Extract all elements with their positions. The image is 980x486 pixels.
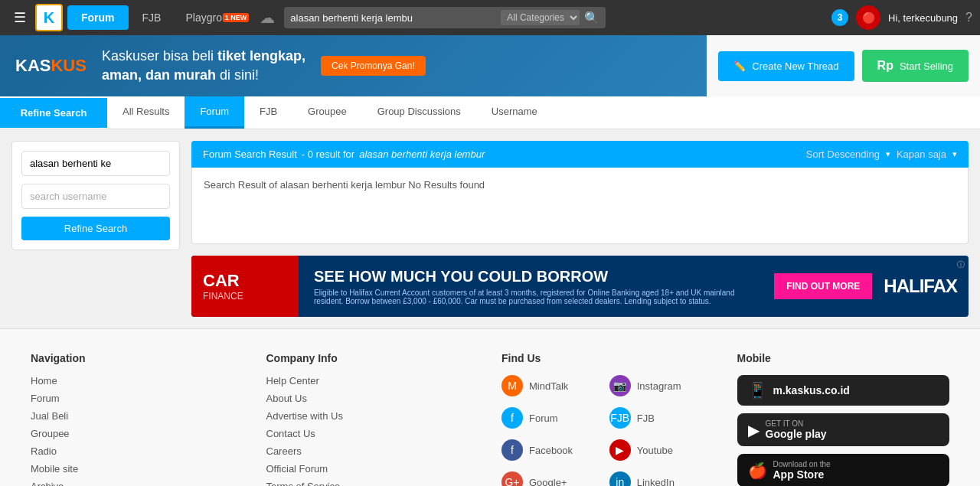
facebook-link[interactable]: Facebook	[529, 445, 573, 456]
notification-badge[interactable]: 3	[831, 9, 848, 26]
playground-nav-item[interactable]: Playground 1 NEW	[175, 11, 250, 24]
kapan-dropdown[interactable]: Kapan saja	[897, 148, 946, 160]
footer-nav-forum[interactable]: Forum	[31, 393, 60, 404]
list-item: Groupee	[31, 428, 243, 439]
kaskus-brand-logo: KASKUS	[15, 56, 87, 76]
search-icon[interactable]: 🔍	[584, 11, 599, 25]
footer-find-google: G+ Google+	[501, 471, 606, 486]
search-bar: All Categories Hot Thread Berita 🔍	[284, 7, 606, 28]
footer-find-mindtalk: M MindTalk	[501, 375, 606, 396]
top-navigation: ☰ K Forum FJB Playground 1 NEW ☁ All Cat…	[0, 0, 980, 35]
list-item: Contact Us	[266, 428, 479, 439]
category-select[interactable]: All Categories Hot Thread Berita	[501, 10, 580, 25]
mobile-web-button[interactable]: 📱 m.kaskus.co.id	[737, 375, 950, 406]
sidebar-keyword-input[interactable]	[21, 151, 170, 176]
tab-forum[interactable]: Forum	[185, 96, 244, 129]
kaskus-logo[interactable]: K	[35, 4, 63, 31]
google-link[interactable]: Google+	[529, 477, 567, 487]
footer-nav-archive[interactable]: Archive	[31, 481, 64, 486]
tab-all-results[interactable]: All Results	[107, 96, 185, 129]
banner-text-block: Kaskuser bisa beli tiket lengkap, aman, …	[102, 48, 305, 83]
banner-main: KASKUS Kaskuser bisa beli tiket lengkap,…	[0, 35, 707, 96]
ad-find-out-more-button[interactable]: FIND OUT MORE	[774, 273, 872, 299]
list-item: About Us	[266, 393, 479, 404]
sort-chevron-icon[interactable]: ▾	[886, 149, 890, 159]
footer-terms[interactable]: Terms of Service	[266, 481, 341, 486]
tab-groupee[interactable]: Groupee	[292, 96, 362, 129]
fjb-nav-link[interactable]: FJB	[132, 5, 172, 30]
ad-banner[interactable]: CAR FINANCE SEE HOW MUCH YOU COULD BORRO…	[191, 256, 969, 317]
footer-official-forum[interactable]: Official Forum	[266, 463, 328, 475]
footer-nav-mobile[interactable]: Mobile site	[31, 463, 78, 475]
ad-car-label: CAR	[203, 271, 287, 291]
youtube-icon: ▶	[609, 439, 631, 461]
sidebar-refine-button[interactable]: Refine Search	[21, 217, 170, 240]
youtube-link[interactable]: Youtube	[637, 445, 673, 456]
footer-nav-groupee[interactable]: Groupee	[31, 428, 70, 439]
list-item: Radio	[31, 445, 243, 457]
list-item: Help Center	[266, 375, 479, 387]
search-input[interactable]	[290, 12, 496, 24]
create-thread-button[interactable]: ✏️ Create New Thread	[718, 51, 854, 81]
forum-link[interactable]: Forum	[529, 413, 558, 424]
linkedin-link[interactable]: LinkedIn	[637, 477, 675, 487]
playground-new-badge: 1 NEW	[223, 13, 250, 22]
main-content: Refine Search Forum Search Result - 0 re…	[0, 129, 980, 328]
footer-help-center[interactable]: Help Center	[266, 375, 319, 387]
list-item: Official Forum	[266, 463, 479, 475]
list-item: Home	[31, 375, 243, 387]
banner-actions: ✏️ Create New Thread Rp Start Selling	[707, 35, 980, 96]
footer: Navigation Home Forum Jual Beli Groupee …	[0, 328, 980, 486]
footer-advertise[interactable]: Advertise with Us	[266, 410, 343, 422]
search-tabs: Refine Search All Results Forum FJB Grou…	[0, 96, 980, 129]
footer-find-forum: f Forum	[501, 407, 606, 429]
sidebar-username-input[interactable]	[21, 184, 170, 209]
footer-nav-home[interactable]: Home	[31, 375, 57, 387]
footer-about-us[interactable]: About Us	[266, 393, 307, 404]
user-avatar[interactable]: 🔴	[856, 5, 880, 30]
hamburger-menu[interactable]: ☰	[8, 3, 32, 32]
footer-careers[interactable]: Careers	[266, 445, 302, 457]
results-count: - 0 result for	[302, 148, 354, 160]
promo-button[interactable]: Cek Promonya Gan!	[321, 56, 426, 76]
footer-contact-us[interactable]: Contact Us	[266, 428, 315, 439]
sidebar: Refine Search	[11, 141, 180, 317]
tab-username[interactable]: Username	[476, 96, 553, 129]
list-item: Mobile site	[31, 463, 243, 475]
google-play-button[interactable]: ▶ GET IT ON Google play	[737, 413, 950, 446]
kapan-chevron-icon[interactable]: ▾	[952, 149, 957, 159]
footer-nav-radio[interactable]: Radio	[31, 445, 57, 457]
tab-group-discussions[interactable]: Group Discussions	[362, 96, 476, 129]
forum-nav-button[interactable]: Forum	[67, 5, 129, 30]
mobile-web-label: m.kaskus.co.id	[773, 384, 850, 396]
ad-info-icon[interactable]: ⓘ	[957, 259, 965, 270]
footer-find-youtube: ▶ Youtube	[609, 439, 714, 461]
start-selling-button[interactable]: Rp Start Selling	[862, 50, 969, 82]
results-query: alasan berhenti kerja lembur	[359, 148, 485, 160]
fjb-link[interactable]: FJB	[637, 413, 655, 424]
nav-right-area: 3 🔴 Hi, terkecubung ?	[831, 5, 972, 30]
results-title: Forum Search Result	[203, 148, 297, 160]
instagram-link[interactable]: Instagram	[637, 380, 681, 392]
app-store-label: App Store	[773, 468, 831, 481]
create-thread-icon: ✏️	[733, 60, 746, 72]
results-area: Forum Search Result - 0 result for alasa…	[191, 141, 969, 317]
results-body: Search Result of alasan berhenti kerja l…	[191, 168, 969, 244]
ad-center: SEE HOW MUCH YOU COULD BORROW Eligible t…	[299, 260, 774, 313]
footer-nav-jualbeli[interactable]: Jual Beli	[31, 410, 68, 422]
google-play-small: GET IT ON	[766, 419, 827, 428]
banner-section: KASKUS Kaskuser bisa beli tiket lengkap,…	[0, 35, 980, 96]
app-store-button[interactable]: 🍎 Download on the App Store	[737, 454, 950, 486]
list-item: Advertise with Us	[266, 410, 479, 422]
refine-search-tab[interactable]: Refine Search	[0, 98, 107, 128]
mobile-web-text: m.kaskus.co.id	[773, 384, 850, 396]
help-icon[interactable]: ?	[965, 11, 972, 24]
ad-finance-label: FINANCE	[203, 291, 287, 302]
sidebar-search-box: Refine Search	[11, 141, 180, 250]
google-play-text: GET IT ON Google play	[766, 419, 827, 440]
mindtalk-link[interactable]: MindTalk	[529, 380, 568, 392]
ad-inner: CAR FINANCE SEE HOW MUCH YOU COULD BORRO…	[191, 256, 969, 317]
cloud-icon[interactable]: ☁	[253, 2, 281, 33]
tab-fjb[interactable]: FJB	[244, 96, 292, 129]
ad-left: CAR FINANCE	[191, 256, 299, 317]
